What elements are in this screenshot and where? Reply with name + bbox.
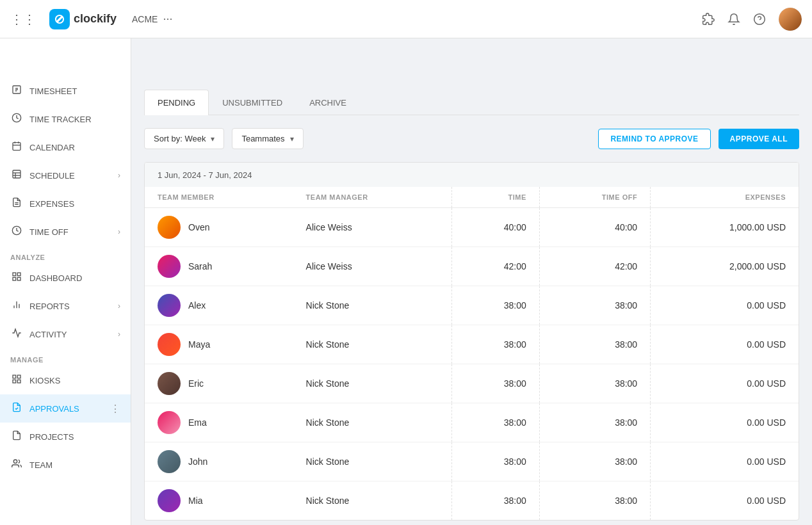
time-cell: 38:00: [451, 286, 539, 325]
sidebar-item-expenses[interactable]: EXPENSES: [0, 190, 131, 218]
svg-rect-20: [13, 277, 16, 280]
member-avatar: [158, 255, 181, 278]
member-cell: John: [145, 442, 293, 481]
member-avatar: [158, 216, 181, 239]
sidebar-item-approvals[interactable]: APPROVALS ⋮: [0, 394, 131, 423]
teammates-dropdown[interactable]: Teammates ▾: [232, 128, 303, 149]
sidebar-item-label: TIME OFF: [29, 227, 69, 237]
tab-unsubmitted[interactable]: UNSUBMITTED: [209, 90, 296, 115]
sidebar-item-label: DASHBOARD: [29, 273, 82, 283]
svg-rect-25: [13, 375, 16, 378]
manager-cell: Nick Stone: [293, 442, 452, 481]
time-off-cell: 38:00: [539, 364, 650, 403]
member-cell: Mia: [145, 481, 293, 521]
bell-icon[interactable]: [727, 13, 740, 26]
time-cell: 38:00: [451, 481, 539, 521]
schedule-icon: [10, 169, 23, 182]
help-icon[interactable]: [753, 13, 766, 26]
org-menu-dots[interactable]: ···: [163, 12, 172, 26]
sidebar-item-label: TEAM: [29, 460, 53, 470]
sidebar-item-dashboard[interactable]: DASHBOARD: [0, 264, 131, 292]
sidebar: TIMESHEET TIME TRACKER CALENDAR SCHEDULE…: [0, 38, 131, 525]
manage-section-label: MANAGE: [0, 348, 131, 366]
apps-grid-icon[interactable]: ⋮⋮: [10, 12, 36, 27]
member-cell: Oven: [145, 208, 293, 247]
puzzle-icon[interactable]: [702, 13, 715, 26]
sidebar-item-calendar[interactable]: CALENDAR: [0, 133, 131, 161]
sidebar-item-team[interactable]: TEAM: [0, 451, 131, 479]
sidebar-item-label: SCHEDULE: [29, 171, 75, 181]
member-cell: Alex: [145, 286, 293, 325]
chevron-right-icon: ›: [118, 330, 120, 339]
approve-all-button[interactable]: APPROVE ALL: [719, 129, 799, 149]
reports-icon: [10, 300, 23, 312]
table-row[interactable]: Eric Nick Stone 38:00 38:00 0.00 USD: [145, 364, 799, 403]
time-off-cell: 38:00: [539, 325, 650, 364]
table-row[interactable]: Sarah Alice Weiss 42:00 42:00 2,000.00 U…: [145, 247, 799, 286]
chevron-right-icon: ›: [118, 171, 120, 180]
manager-cell: Nick Stone: [293, 364, 452, 403]
expenses-cell: 2,000.00 USD: [651, 247, 799, 286]
sidebar-item-time-off[interactable]: TIME OFF ›: [0, 218, 131, 246]
table-row[interactable]: Ema Nick Stone 38:00 38:00 0.00 USD: [145, 403, 799, 442]
member-cell: Maya: [145, 325, 293, 364]
expenses-cell: 0.00 USD: [651, 442, 799, 481]
topbar: ⋮⋮ clockify ACME ···: [0, 0, 812, 38]
sidebar-item-activity[interactable]: ACTIVITY ›: [0, 320, 131, 348]
sidebar-item-label: CALENDAR: [29, 143, 75, 152]
sort-chevron-icon: ▾: [211, 134, 215, 143]
col-time-off: TIME OFF: [539, 187, 650, 208]
manager-cell: Nick Stone: [293, 403, 452, 442]
table-row[interactable]: Mia Nick Stone 38:00 38:00 0.00 USD: [145, 481, 799, 521]
member-name: Ema: [188, 417, 207, 428]
table-row[interactable]: Oven Alice Weiss 40:00 40:00 1,000.00 US…: [145, 208, 799, 247]
table-row[interactable]: John Nick Stone 38:00 38:00 0.00 USD: [145, 442, 799, 481]
sidebar-item-projects[interactable]: PROJECTS: [0, 423, 131, 451]
sidebar-item-schedule[interactable]: SCHEDULE ›: [0, 161, 131, 190]
member-cell: Eric: [145, 364, 293, 403]
tab-archive[interactable]: ARCHIVE: [296, 90, 360, 115]
time-tracker-icon: [10, 113, 23, 125]
sidebar-item-kiosks[interactable]: KIOSKS: [0, 366, 131, 394]
tab-pending[interactable]: PENDING: [144, 90, 209, 115]
expenses-cell: 0.00 USD: [651, 403, 799, 442]
chevron-right-icon: ›: [118, 227, 120, 236]
member-name: Sarah: [188, 261, 212, 271]
remind-to-approve-button[interactable]: REMIND TO APPROVE: [598, 129, 710, 149]
expenses-cell: 0.00 USD: [651, 286, 799, 325]
col-team-member: TEAM MEMBER: [145, 187, 293, 208]
logo-text: clockify: [74, 12, 117, 26]
sidebar-item-more-icon[interactable]: ⋮: [110, 403, 120, 415]
date-range-label: 1 Jun, 2024 - 7 Jun, 2024: [158, 170, 252, 180]
member-name: Alex: [188, 300, 206, 311]
sidebar-item-label: APPROVALS: [29, 404, 79, 414]
manager-cell: Alice Weiss: [293, 208, 452, 247]
user-avatar[interactable]: [779, 8, 802, 31]
member-cell: Sarah: [145, 247, 293, 286]
sidebar-item-timesheet[interactable]: TIMESHEET: [0, 77, 131, 105]
time-cell: 38:00: [451, 403, 539, 442]
org-name: ACME: [132, 14, 158, 24]
table-row[interactable]: Alex Nick Stone 38:00 38:00 0.00 USD: [145, 286, 799, 325]
teammates-label: Teammates: [241, 134, 284, 143]
timesheet-icon: [10, 85, 23, 97]
sidebar-item-reports[interactable]: REPORTS ›: [0, 292, 131, 320]
teammates-chevron-icon: ▾: [290, 134, 294, 143]
dashboard-icon: [10, 271, 23, 284]
member-name: Eric: [188, 378, 204, 389]
member-cell: Ema: [145, 403, 293, 442]
time-off-icon: [10, 225, 23, 238]
logo: clockify: [49, 9, 117, 29]
expenses-cell: 0.00 USD: [651, 364, 799, 403]
member-avatar: [158, 294, 181, 317]
manager-cell: Nick Stone: [293, 325, 452, 364]
sidebar-item-time-tracker[interactable]: TIME TRACKER: [0, 105, 131, 133]
svg-point-0: [754, 13, 765, 24]
data-table: TEAM MEMBER TEAM MANAGER TIME TIME OFF E…: [145, 187, 799, 520]
svg-rect-18: [13, 273, 16, 276]
manager-cell: Alice Weiss: [293, 247, 452, 286]
projects-icon: [10, 430, 23, 443]
table-row[interactable]: Maya Nick Stone 38:00 38:00 0.00 USD: [145, 325, 799, 364]
sidebar-item-label: TIME TRACKER: [29, 115, 92, 124]
sort-by-dropdown[interactable]: Sort by: Week ▾: [144, 128, 224, 149]
